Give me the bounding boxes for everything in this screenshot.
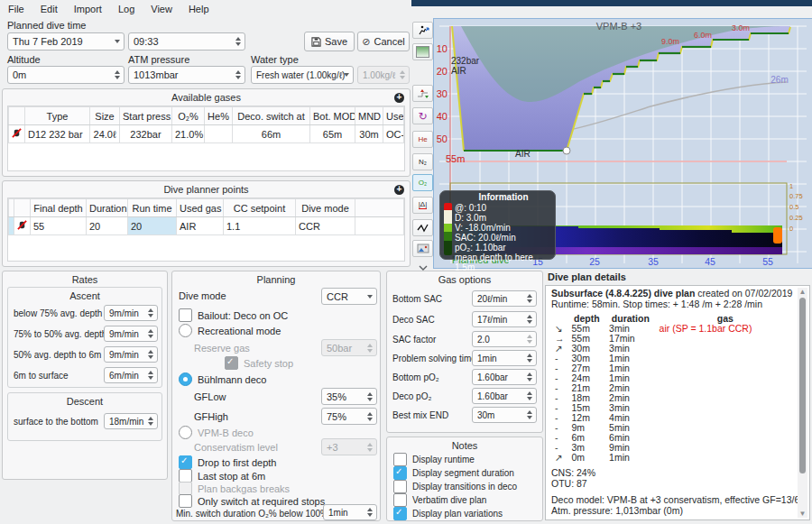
display-transitions-checkbox[interactable]: Display transitions in deco — [393, 480, 517, 493]
spinner-arrows-icon[interactable] — [148, 308, 153, 317]
checkbox-icon[interactable] — [179, 494, 192, 508]
ascent-rate3-spinner[interactable]: 9m/min — [104, 346, 158, 363]
spinner-arrows-icon[interactable] — [367, 508, 373, 517]
ascent-rate4-spinner[interactable]: 6m/min — [104, 367, 158, 383]
verbatim-plan-checkbox[interactable]: Verbatim dive plan — [393, 493, 486, 507]
descent-rate-spinner[interactable]: 18m/min — [104, 413, 158, 429]
atm-pressure-spinner[interactable]: 1013mbar — [128, 66, 245, 84]
checkbox-icon[interactable] — [179, 308, 192, 322]
checkbox-icon[interactable] — [393, 493, 407, 507]
save-button[interactable]: Save — [304, 32, 355, 51]
menu-file[interactable]: File — [0, 2, 32, 16]
gas-type[interactable]: D12 232 bar — [25, 125, 90, 143]
checkbox-icon[interactable] — [179, 455, 192, 469]
last-stop-checkbox[interactable]: Last stop at 6m — [179, 469, 265, 483]
gases-col-startpress[interactable]: Start press. — [120, 107, 172, 125]
water-type-combo[interactable]: Fresh water (1.00kg/ℓ) — [251, 66, 354, 84]
plan-scrollbar[interactable]: ▲ ▼ — [798, 288, 807, 518]
cancel-button[interactable]: ⊘ Cancel — [357, 32, 410, 51]
sac-factor-spinner[interactable]: 2.0 — [472, 331, 537, 347]
bailout-checkbox[interactable]: Bailout: Deco on OC — [179, 308, 288, 322]
heart-rate-icon[interactable] — [412, 219, 433, 236]
ascent-rate2-spinner[interactable]: 9m/min — [104, 326, 158, 342]
planner-point-row[interactable]: 55 20 20 AIR 1.1 CCR — [9, 217, 404, 235]
points-col-runtime[interactable]: Run time — [128, 199, 177, 217]
display-segment-checkbox[interactable]: Display segment duration — [393, 466, 514, 480]
radio-icon[interactable] — [179, 426, 192, 439]
gas-switch-icon[interactable] — [412, 85, 433, 102]
bottom-po2-spinner[interactable]: 1.60bar — [472, 369, 537, 385]
tank-bar-icon[interactable]: |Δ| — [412, 197, 433, 214]
point-finaldepth[interactable]: 55 — [31, 217, 87, 235]
delete-gas-icon[interactable] — [9, 125, 25, 143]
gas-row[interactable]: D12 232 bar 24.0ℓ 232bar 21.0% 66m 65m 3… — [9, 125, 404, 143]
spinner-arrows-icon[interactable] — [235, 70, 241, 79]
buhlmann-radio[interactable]: Bühlmann deco — [179, 372, 266, 386]
points-col-ccsetpoint[interactable]: CC setpoint — [224, 199, 296, 217]
point-ccsetpoint[interactable]: 1.1 — [224, 217, 296, 235]
spinner-arrows-icon[interactable] — [527, 391, 532, 400]
gas-mnd[interactable]: 30m — [355, 125, 383, 143]
spinner-arrows-icon[interactable] — [235, 37, 241, 46]
deco-po2-spinner[interactable]: 1.60bar — [472, 388, 537, 404]
points-col-duration[interactable]: Duration — [87, 199, 128, 217]
gas-decoswitch[interactable]: 66m — [233, 125, 310, 143]
checkbox-icon[interactable] — [393, 507, 407, 520]
gases-col-o2[interactable]: O₂% — [172, 107, 205, 125]
spinner-arrows-icon[interactable] — [527, 294, 532, 303]
dive-mode-combo[interactable]: CCR — [321, 288, 377, 305]
best-mix-end-spinner[interactable]: 30m — [472, 407, 537, 423]
bottom-sac-spinner[interactable]: 20ℓ/min — [472, 290, 537, 307]
point-duration[interactable]: 20 — [87, 217, 128, 235]
menu-help[interactable]: Help — [180, 2, 217, 16]
vpmb-radio[interactable]: VPM-B deco — [179, 426, 254, 439]
gas-size[interactable]: 24.0ℓ — [90, 125, 120, 143]
menu-view[interactable]: View — [143, 2, 180, 16]
points-col-finaldepth[interactable]: Final depth — [31, 199, 87, 217]
scroll-up-icon[interactable]: ▲ — [798, 288, 807, 296]
gfhigh-spinner[interactable]: 75% — [321, 408, 377, 425]
point-runtime[interactable]: 20 — [128, 217, 177, 235]
gas-botmod[interactable]: 65m — [310, 125, 355, 143]
checkbox-icon[interactable] — [393, 466, 407, 480]
spinner-arrows-icon[interactable] — [367, 392, 373, 401]
spinner-arrows-icon[interactable] — [527, 372, 532, 382]
spinner-arrows-icon[interactable] — [527, 315, 532, 324]
points-col-usedgas[interactable]: Used gas — [177, 199, 224, 217]
n2-graph-icon[interactable]: N₂ — [412, 153, 433, 170]
display-runtime-checkbox[interactable]: Display runtime — [393, 453, 475, 466]
ceiling-shade-icon[interactable] — [412, 43, 433, 60]
collapse-icon[interactable] — [412, 259, 433, 276]
he-graph-icon[interactable]: He — [412, 131, 433, 148]
spinner-arrows-icon[interactable] — [367, 412, 373, 421]
radio-icon[interactable] — [179, 372, 192, 386]
delete-point-icon[interactable] — [14, 217, 31, 235]
photos-icon[interactable] — [412, 240, 433, 257]
spinner-arrows-icon[interactable] — [148, 350, 153, 359]
checkbox-icon[interactable] — [393, 453, 407, 466]
spinner-arrows-icon[interactable] — [148, 329, 153, 338]
runner-icon[interactable] — [412, 22, 433, 39]
point-usedgas[interactable]: AIR — [177, 217, 224, 235]
spinner-arrows-icon[interactable] — [527, 354, 532, 363]
add-point-button[interactable]: + — [394, 185, 404, 195]
scrollbar-thumb[interactable] — [799, 298, 806, 473]
spinner-arrows-icon[interactable] — [148, 371, 153, 380]
altitude-spinner[interactable]: 0m — [7, 66, 125, 84]
drop-first-depth-checkbox[interactable]: Drop to first depth — [179, 455, 276, 469]
information-tooltip[interactable]: Information @: 0:10 D: 3.0m V: -18.0m/mi… — [439, 190, 556, 260]
gases-col-he[interactable]: He% — [205, 107, 233, 125]
checkbox-icon[interactable] — [393, 480, 407, 493]
gases-col-type[interactable]: Type — [25, 107, 90, 125]
add-gas-button[interactable]: + — [394, 93, 404, 103]
profile-handle[interactable] — [563, 147, 570, 154]
points-col-divemode[interactable]: Dive mode — [296, 199, 355, 217]
spinner-arrows-icon[interactable] — [148, 417, 153, 426]
gas-use[interactable]: OC-gas — [383, 125, 404, 143]
problem-time-spinner[interactable]: 1min — [472, 350, 537, 366]
gas-o2[interactable]: 21.0% — [172, 125, 205, 143]
display-variations-checkbox[interactable]: Display plan variations — [393, 507, 503, 520]
scroll-down-icon[interactable]: ▼ — [798, 510, 807, 518]
gflow-spinner[interactable]: 35% — [321, 388, 377, 405]
gases-col-botmod[interactable]: Bot. MOD — [310, 107, 355, 125]
